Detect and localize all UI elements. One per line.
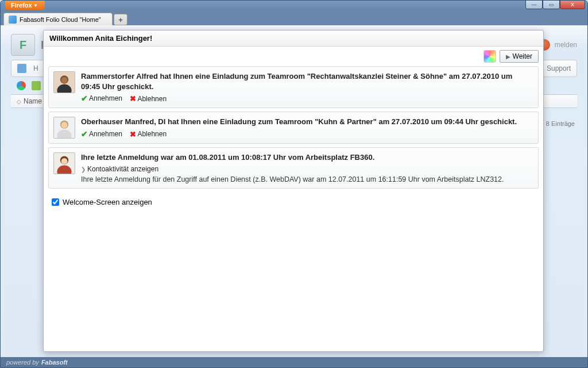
minimize-button[interactable]: — bbox=[525, 0, 543, 9]
login-detail: Ihre letzte Anmeldung für den Zugriff au… bbox=[81, 175, 533, 183]
avatar bbox=[53, 152, 75, 174]
cross-icon: ✖ bbox=[130, 94, 136, 103]
footer: powered by Fabasoft bbox=[1, 357, 587, 367]
play-icon: ▶ bbox=[506, 53, 510, 60]
firefox-menu-button[interactable]: Firefox bbox=[5, 1, 45, 10]
cross-icon: ✖ bbox=[130, 130, 136, 139]
footer-brand: Fabasoft bbox=[41, 359, 68, 366]
home-icon[interactable] bbox=[17, 64, 26, 73]
pie-icon[interactable] bbox=[17, 81, 26, 90]
rainbow-icon[interactable] bbox=[483, 50, 496, 63]
logout-label-fragment: melden bbox=[555, 41, 577, 49]
favicon-icon bbox=[9, 16, 17, 24]
sort-icon: ◇ bbox=[17, 98, 21, 105]
weiter-button[interactable]: ▶ Weiter bbox=[500, 50, 539, 63]
login-info-notice: Ihre letzte Anmeldung war am 01.08.2011 … bbox=[48, 147, 539, 189]
avatar bbox=[53, 117, 75, 139]
login-activity-row: ❯Kontoaktivität anzeigen bbox=[81, 165, 533, 174]
app-logo-icon: F bbox=[11, 34, 35, 56]
svg-point-7 bbox=[61, 122, 68, 128]
svg-point-3 bbox=[61, 77, 68, 83]
notice-title: Oberhauser Manfred, DI hat Ihnen eine Ei… bbox=[81, 117, 533, 127]
welcome-checkbox[interactable] bbox=[52, 198, 59, 206]
tab-title: Fabasoft Folio Cloud "Home" bbox=[20, 16, 101, 23]
notice-actions: ✔Annehmen ✖Ablehnen bbox=[81, 129, 533, 139]
dialog-title: Willkommen Anita Eichinger! bbox=[44, 30, 543, 47]
chevron-right-icon: ❯ bbox=[81, 166, 86, 172]
welcome-screen-toggle[interactable]: Welcome-Screen anzeigen bbox=[48, 192, 539, 212]
avatar bbox=[53, 71, 75, 93]
folder-icon[interactable] bbox=[32, 81, 41, 90]
maximize-button[interactable]: ▭ bbox=[543, 0, 560, 9]
column-name: Name bbox=[24, 97, 42, 105]
accept-button[interactable]: ✔Annehmen bbox=[81, 129, 122, 139]
invitation-notice: Rammerstorfer Alfred hat Ihnen eine Einl… bbox=[48, 66, 539, 108]
check-icon: ✔ bbox=[81, 129, 88, 139]
browser-content: F H melden H Support Objekt ◇ Name bbox=[1, 25, 587, 357]
accept-label: Annehmen bbox=[89, 94, 122, 102]
welcome-checkbox-label: Welcome-Screen anzeigen bbox=[63, 198, 152, 206]
notice-title: Rammerstorfer Alfred hat Ihnen eine Einl… bbox=[81, 71, 533, 91]
check-icon: ✔ bbox=[81, 94, 88, 103]
svg-point-11 bbox=[61, 158, 68, 164]
dialog-action-bar: ▶ Weiter bbox=[44, 47, 543, 66]
welcome-dialog: Willkommen Anita Eichinger! ▶ Weiter Ram… bbox=[43, 30, 544, 352]
accept-label: Annehmen bbox=[89, 130, 122, 138]
browser-tab[interactable]: Fabasoft Folio Cloud "Home" bbox=[3, 13, 113, 25]
account-activity-link[interactable]: ❯Kontoaktivität anzeigen bbox=[81, 165, 158, 173]
activity-link-label: Kontoaktivität anzeigen bbox=[87, 165, 158, 173]
notice-actions: ✔Annehmen ✖Ablehnen bbox=[81, 94, 533, 103]
weiter-label: Weiter bbox=[513, 52, 532, 60]
login-title: Ihre letzte Anmeldung war am 01.08.2011 … bbox=[81, 152, 533, 163]
entry-count-label: 8 Einträge bbox=[546, 120, 575, 127]
window-frame: Firefox — ▭ X Fabasoft Folio Cloud "Home… bbox=[0, 0, 588, 368]
notice-content: Oberhauser Manfred, DI hat Ihnen eine Ei… bbox=[81, 117, 533, 139]
accept-button[interactable]: ✔Annehmen bbox=[81, 94, 122, 103]
notice-content: Rammerstorfer Alfred hat Ihnen eine Einl… bbox=[81, 71, 533, 103]
breadcrumb-fragment: H bbox=[33, 64, 38, 72]
notice-content: Ihre letzte Anmeldung war am 01.08.2011 … bbox=[81, 152, 533, 183]
dialog-body: Rammerstorfer Alfred hat Ihnen eine Einl… bbox=[44, 66, 543, 351]
new-tab-button[interactable]: + bbox=[114, 14, 127, 25]
decline-label: Ablehnen bbox=[137, 95, 167, 103]
titlebar: Firefox — ▭ X bbox=[1, 1, 587, 10]
powered-by-label: powered by bbox=[6, 359, 39, 366]
tab-strip: Fabasoft Folio Cloud "Home" + bbox=[1, 10, 587, 25]
decline-button[interactable]: ✖Ablehnen bbox=[130, 94, 167, 103]
decline-label: Ablehnen bbox=[137, 130, 167, 138]
support-link[interactable]: Support bbox=[547, 64, 571, 72]
window-buttons: — ▭ X bbox=[525, 0, 585, 9]
decline-button[interactable]: ✖Ablehnen bbox=[130, 130, 167, 139]
close-window-button[interactable]: X bbox=[560, 0, 585, 9]
invitation-notice: Oberhauser Manfred, DI hat Ihnen eine Ei… bbox=[48, 112, 539, 144]
